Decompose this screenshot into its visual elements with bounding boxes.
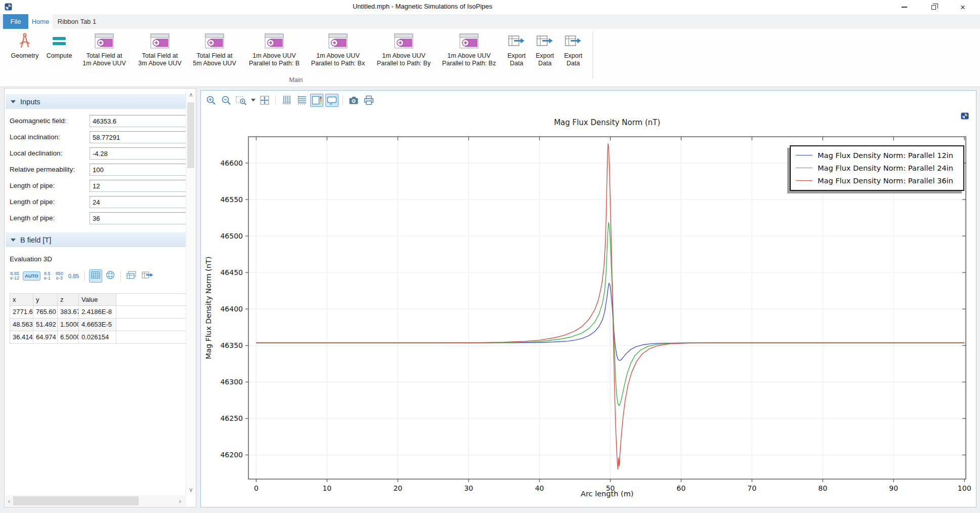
ribbon-button-parallel-bz[interactable]: 1m Above UUVParallel to Path: Bz (437, 31, 501, 82)
zoom-in-button[interactable] (204, 94, 218, 107)
table-view-button[interactable] (89, 269, 102, 283)
ribbon-button-label: Geometry (11, 52, 39, 59)
y-axis-title: Mag Flux Density Norm (nT) (204, 137, 214, 479)
table-row[interactable]: 2771.6 765.60 383.67 2.4186E-8 (10, 306, 190, 319)
restore-button[interactable] (922, 0, 945, 14)
title-bar: Untitled.mph - Magnetic Simulations of I… (0, 0, 980, 14)
col-header-value[interactable]: Value (79, 293, 116, 306)
legend-toggle-button[interactable] (310, 94, 323, 107)
length-of-pipe-12-input[interactable] (90, 180, 187, 192)
cell-value: 2.4186E-8 (79, 306, 116, 319)
col-header-x[interactable]: x (10, 293, 33, 306)
local-inclination-input[interactable] (90, 131, 187, 143)
plot-legend: Mag Flux Density Norm: Parallel 12in Mag… (790, 145, 964, 191)
scroll-left-icon[interactable]: ‹ (5, 497, 13, 505)
close-button[interactable]: × (951, 0, 974, 14)
tab-file[interactable]: File (3, 14, 28, 29)
zoom-box-button[interactable] (235, 94, 248, 107)
ribbon-button-label: Export (536, 52, 554, 59)
col-header-y[interactable]: y (33, 293, 58, 306)
tab-ribbon-tab-1[interactable]: Ribbon Tab 1 (53, 14, 101, 29)
length-of-pipe-36-input[interactable] (90, 212, 187, 224)
legend-label: Mag Flux Density Norm: Parallel 24in (818, 164, 953, 172)
field-label-pipe-36: Length of pipe: (10, 212, 55, 224)
relative-permeability-input[interactable] (90, 164, 187, 176)
svg-text:50: 50 (606, 484, 615, 492)
zoom-out-button[interactable] (220, 94, 233, 107)
local-declination-input[interactable] (90, 147, 187, 160)
bfield-section-title: B field [T] (20, 236, 51, 244)
ribbon-button-export-data-1[interactable]: ExportData (503, 31, 530, 82)
vertical-scrollbar[interactable]: ∧ ∨ (186, 89, 195, 495)
format-milli-button[interactable]: 850e-3 (54, 269, 65, 283)
cell-z: 383.67 (58, 306, 79, 319)
tooltip-toggle-icon (326, 94, 338, 106)
export-table-button[interactable] (140, 269, 156, 283)
ribbon-button-geometry[interactable]: Geometry (6, 31, 44, 82)
ribbon-button-parallel-b[interactable]: 1m Above UUVParallel to Path: B (244, 31, 305, 82)
minimize-button[interactable] (892, 0, 916, 14)
horizontal-scrollbar[interactable]: ‹ › (5, 495, 186, 506)
copy-table-button[interactable] (124, 269, 139, 284)
toolbar-separator (275, 95, 276, 105)
ribbon-button-parallel-bx[interactable]: 1m Above UUVParallel to Path: Bx (306, 31, 370, 82)
print-button[interactable] (362, 94, 375, 107)
cell-z: 6.5000 (58, 331, 79, 344)
zoom-dropdown-button[interactable] (250, 99, 256, 102)
format-scientific-button[interactable]: 8.85e-12 (8, 269, 21, 283)
scroll-down-icon[interactable]: ∨ (186, 486, 196, 493)
tooltip-toggle-button[interactable] (325, 94, 338, 107)
plot-window-icon (150, 33, 169, 49)
chevron-down-icon (251, 99, 255, 102)
toolbar-separator (343, 95, 343, 105)
x-axis-settings-button[interactable] (280, 94, 293, 107)
svg-text:46600: 46600 (220, 159, 243, 167)
horizontal-scroll-thumb[interactable] (13, 496, 139, 505)
scroll-up-icon[interactable]: ∧ (186, 91, 196, 98)
window-title: Untitled.mph - Magnetic Simulations of I… (0, 3, 845, 10)
printer-icon (363, 94, 375, 106)
zoom-extents-button[interactable] (258, 94, 271, 107)
ribbon-button-total-field-5m[interactable]: Total Field at5m Above UUV (187, 31, 242, 82)
svg-text:30: 30 (464, 484, 473, 492)
length-of-pipe-24-input[interactable] (90, 196, 187, 208)
vertical-scroll-thumb[interactable] (187, 102, 194, 168)
inputs-section-header[interactable]: Inputs (6, 94, 187, 109)
format-decimal-button[interactable]: 0.85 (66, 271, 81, 281)
y-axis-settings-button[interactable] (295, 94, 308, 107)
field-label-geomagnetic: Geomagnetic field: (10, 115, 67, 127)
field-label-declination: Local declination: (10, 147, 62, 160)
ribbon-button-export-data-3[interactable]: ExportData (560, 31, 587, 82)
tab-home[interactable]: Home (28, 14, 53, 29)
table-row[interactable]: 36.414 64.974 6.5000 0.026154 (10, 331, 190, 344)
col-header-z[interactable]: z (58, 293, 79, 306)
table-header-row: x y z Value (10, 293, 190, 306)
format-auto-button[interactable]: AUTO (23, 271, 40, 281)
field-label-pipe-12: Length of pipe: (10, 180, 55, 192)
image-snapshot-button[interactable] (347, 94, 360, 107)
zoom-box-icon (235, 95, 247, 106)
ribbon-button-parallel-by[interactable]: 1m Above UUVParallel to Path: By (371, 31, 436, 82)
sphere-view-button[interactable] (104, 268, 117, 284)
zoom-in-icon (205, 95, 217, 106)
table-format-toolbar: 8.85e-12 AUTO 8.5e-1 850e-3 0.85 (8, 268, 156, 284)
svg-text:80: 80 (818, 484, 827, 492)
ribbon-button-total-field-1m[interactable]: Total Field at1m Above UUV (76, 31, 133, 82)
geomagnetic-field-input[interactable] (90, 115, 187, 127)
ribbon-button-compute[interactable]: Compute (44, 31, 75, 82)
legend-label: Mag Flux Density Norm: Parallel 12in (818, 151, 953, 160)
legend-entry: Mag Flux Density Norm: Parallel 24in (796, 162, 958, 174)
table-row[interactable]: 48.563 51.492 1.5000 4.6653E-5 (10, 319, 190, 331)
export-data-icon (536, 34, 553, 48)
field-label-inclination: Local inclination: (10, 131, 60, 143)
format-engineering-button[interactable]: 8.5e-1 (42, 269, 53, 283)
bfield-section-header[interactable]: B field [T] (6, 232, 187, 247)
plot-title: Mag Flux Density Norm (nT) (248, 118, 966, 127)
ribbon-button-export-data-2[interactable]: ExportData (531, 31, 559, 82)
field-label-permeability: Relative permeability: (10, 164, 75, 176)
zoom-out-icon (221, 95, 232, 106)
svg-text:46500: 46500 (220, 232, 243, 240)
cell-x: 36.414 (10, 331, 33, 344)
scroll-right-icon[interactable]: › (176, 497, 184, 505)
ribbon-button-total-field-3m[interactable]: Total Field at3m Above UUV (133, 31, 187, 82)
